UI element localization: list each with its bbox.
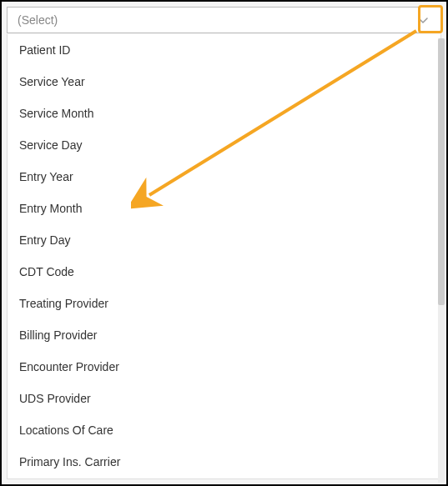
dropdown-item[interactable]: Service Day	[8, 129, 440, 161]
select-placeholder: (Select)	[18, 13, 58, 27]
dropdown-item[interactable]: CDT Code	[8, 256, 440, 288]
dropdown-item[interactable]: Payer Name	[8, 478, 440, 479]
dropdown-item[interactable]: Service Month	[8, 98, 440, 129]
dropdown-list[interactable]: Patient IDService YearService MonthServi…	[7, 34, 441, 479]
select-box[interactable]: (Select)	[7, 7, 441, 33]
chevron-down-icon[interactable]	[412, 9, 434, 31]
dropdown-item[interactable]: Primary Ins. Carrier	[8, 446, 440, 478]
dropdown-item[interactable]: UDS Provider	[8, 383, 440, 414]
scrollbar-thumb[interactable]	[438, 38, 445, 305]
dropdown-item[interactable]: Patient ID	[8, 34, 440, 66]
scrollbar[interactable]	[438, 38, 445, 483]
dropdown-item[interactable]: Billing Provider	[8, 319, 440, 351]
dropdown-item[interactable]: Entry Day	[8, 224, 440, 256]
dropdown-item[interactable]: Treating Provider	[8, 288, 440, 319]
dropdown-item[interactable]: Encounter Provider	[8, 351, 440, 383]
dropdown-item[interactable]: Locations Of Care	[8, 414, 440, 446]
dropdown-container: (Select) Patient IDService YearService M…	[2, 2, 446, 484]
dropdown-item[interactable]: Service Year	[8, 66, 440, 98]
dropdown-item[interactable]: Entry Year	[8, 161, 440, 193]
dropdown-item[interactable]: Entry Month	[8, 193, 440, 224]
